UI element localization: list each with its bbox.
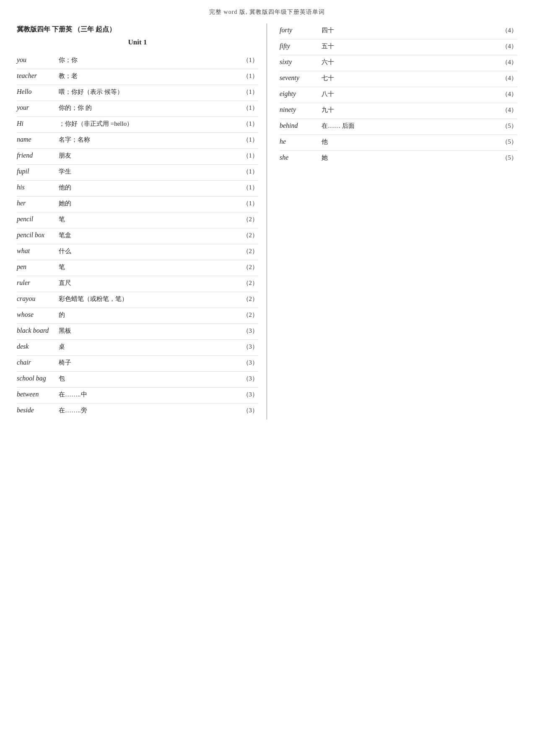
word-chinese: 笔盒 bbox=[59, 231, 71, 239]
word-english: ninety bbox=[280, 106, 317, 114]
word-english: fifty bbox=[280, 42, 317, 50]
list-item: ruler直尺（2） bbox=[17, 276, 258, 292]
list-item: black board黑板（3） bbox=[17, 324, 258, 340]
word-unit: （1） bbox=[241, 104, 258, 112]
word-unit: （1） bbox=[241, 120, 258, 128]
word-english: you bbox=[17, 56, 54, 64]
list-item: friend朋友（1） bbox=[17, 149, 258, 165]
list-item: pen笔（2） bbox=[17, 260, 258, 276]
word-unit: （2） bbox=[241, 247, 258, 255]
word-english: seventy bbox=[280, 74, 317, 82]
word-chinese: 彩色蜡笔（或粉笔，笔） bbox=[59, 295, 128, 303]
list-item: Hello喂；你好（表示 候等）（1） bbox=[17, 85, 258, 101]
content-area: 冀教版四年 下册英 （三年 起点） Unit 1 you你；你（1）teache… bbox=[17, 23, 517, 419]
word-chinese: 包 bbox=[59, 375, 65, 383]
word-english: fupil bbox=[17, 168, 54, 175]
word-unit: （1） bbox=[241, 56, 258, 64]
list-item: fupil学生（1） bbox=[17, 165, 258, 181]
word-unit: （5） bbox=[500, 122, 517, 130]
word-unit: （3） bbox=[241, 343, 258, 351]
word-unit: （4） bbox=[500, 26, 517, 34]
word-unit: （4） bbox=[500, 58, 517, 66]
word-unit: （2） bbox=[241, 263, 258, 271]
word-chinese: 你的；你 的 bbox=[59, 104, 92, 112]
word-chinese: 名字；名称 bbox=[59, 136, 90, 144]
word-chinese: 的 bbox=[59, 311, 65, 319]
word-chinese: 五十 bbox=[321, 42, 334, 50]
word-english: forty bbox=[280, 26, 317, 34]
page-wrapper: 完整 word 版, 冀教版四年级下册英语单词 冀教版四年 下册英 （三年 起点… bbox=[0, 0, 534, 756]
word-english: what bbox=[17, 247, 54, 255]
word-chinese: 八十 bbox=[321, 90, 334, 98]
word-english: his bbox=[17, 184, 54, 191]
list-item: he他（5） bbox=[280, 135, 517, 151]
word-unit: （2） bbox=[241, 311, 258, 319]
word-english: ruler bbox=[17, 279, 54, 287]
right-words-list: forty四十（4）fifty五十（4）sixty六十（4）seventy七十（… bbox=[280, 23, 517, 167]
word-english: her bbox=[17, 199, 54, 207]
word-english: pencil bbox=[17, 215, 54, 223]
word-english: Hi bbox=[17, 120, 54, 127]
word-chinese: 椅子 bbox=[59, 359, 71, 367]
list-item: seventy七十（4） bbox=[280, 71, 517, 87]
word-chinese: 笔 bbox=[59, 263, 65, 271]
list-item: behind在…… 后面（5） bbox=[280, 119, 517, 135]
word-english: pencil box bbox=[17, 231, 54, 239]
word-unit: （1） bbox=[241, 72, 258, 80]
word-unit: （1） bbox=[241, 152, 258, 160]
word-chinese: 黑板 bbox=[59, 327, 71, 335]
list-item: fifty五十（4） bbox=[280, 39, 517, 55]
word-english: crayou bbox=[17, 295, 54, 303]
word-chinese: 直尺 bbox=[59, 279, 71, 287]
list-item: pencil笔（2） bbox=[17, 212, 258, 228]
word-chinese: 在……..旁 bbox=[59, 406, 87, 414]
word-chinese: 四十 bbox=[321, 26, 334, 34]
word-english: eighty bbox=[280, 90, 317, 98]
word-unit: （2） bbox=[241, 295, 258, 303]
left-words-list: you你；你（1）teacher教；老（1）Hello喂；你好（表示 候等）（1… bbox=[17, 53, 258, 419]
word-unit: （2） bbox=[241, 279, 258, 287]
word-english: he bbox=[280, 138, 317, 145]
list-item: sixty六十（4） bbox=[280, 55, 517, 71]
word-english: she bbox=[280, 154, 317, 161]
word-english: friend bbox=[17, 152, 54, 159]
word-chinese: 六十 bbox=[321, 58, 334, 66]
section-header: 冀教版四年 下册英 （三年 起点） bbox=[17, 25, 258, 34]
word-unit: （1） bbox=[241, 136, 258, 144]
word-english: black board bbox=[17, 327, 54, 334]
list-item: Hi；你好（非正式用 =hello）（1） bbox=[17, 117, 258, 133]
word-english: behind bbox=[280, 122, 317, 129]
word-chinese: 他 bbox=[321, 138, 328, 146]
list-item: your你的；你 的（1） bbox=[17, 101, 258, 117]
right-column: forty四十（4）fifty五十（4）sixty六十（4）seventy七十（… bbox=[267, 23, 517, 419]
list-item: whose的（2） bbox=[17, 308, 258, 324]
word-english: desk bbox=[17, 343, 54, 350]
word-unit: （5） bbox=[500, 138, 517, 146]
word-unit: （4） bbox=[500, 106, 517, 114]
list-item: ninety九十（4） bbox=[280, 103, 517, 119]
word-unit: （1） bbox=[241, 199, 258, 207]
word-chinese: 你；你 bbox=[59, 56, 78, 64]
list-item: chair椅子（3） bbox=[17, 356, 258, 372]
list-item: forty四十（4） bbox=[280, 23, 517, 39]
word-unit: （4） bbox=[500, 90, 517, 98]
word-chinese: 她 bbox=[321, 154, 328, 162]
word-chinese: 学生 bbox=[59, 168, 71, 176]
left-column: 冀教版四年 下册英 （三年 起点） Unit 1 you你；你（1）teache… bbox=[17, 23, 267, 419]
word-unit: （3） bbox=[241, 375, 258, 383]
word-english: name bbox=[17, 136, 54, 143]
word-chinese: 朋友 bbox=[59, 152, 71, 160]
page-title: 完整 word 版, 冀教版四年级下册英语单词 bbox=[17, 8, 517, 16]
word-chinese: 笔 bbox=[59, 215, 65, 223]
word-unit: （1） bbox=[241, 168, 258, 176]
word-unit: （3） bbox=[241, 327, 258, 335]
word-unit: （4） bbox=[500, 42, 517, 50]
word-english: pen bbox=[17, 263, 54, 271]
list-item: beside在……..旁（3） bbox=[17, 404, 258, 419]
word-unit: （3） bbox=[241, 406, 258, 414]
word-chinese: 在……..中 bbox=[59, 391, 87, 399]
word-chinese: 什么 bbox=[59, 247, 71, 255]
list-item: teacher教；老（1） bbox=[17, 69, 258, 85]
word-chinese: 教；老 bbox=[59, 72, 78, 80]
list-item: between在……..中（3） bbox=[17, 388, 258, 404]
